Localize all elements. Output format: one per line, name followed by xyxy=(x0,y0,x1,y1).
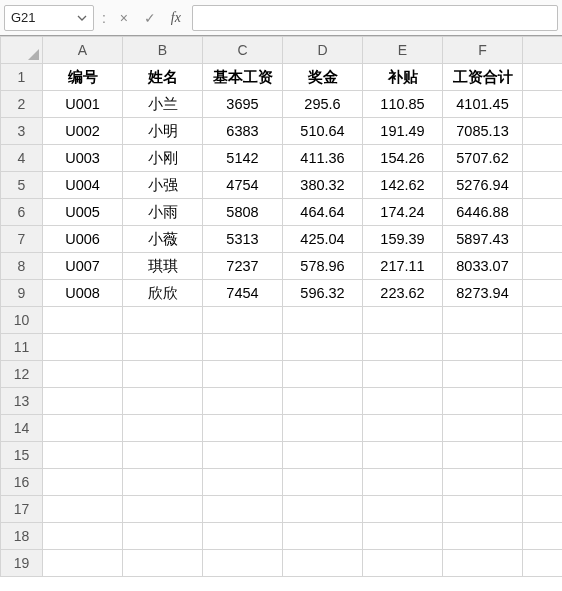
row-header[interactable]: 1 xyxy=(1,64,43,91)
column-header[interactable]: B xyxy=(123,37,203,64)
formula-input[interactable] xyxy=(192,5,558,31)
cell[interactable]: 411.36 xyxy=(283,145,363,172)
cell[interactable] xyxy=(523,523,563,550)
cell[interactable]: 琪琪 xyxy=(123,253,203,280)
cell[interactable]: U005 xyxy=(43,199,123,226)
cell[interactable]: 596.32 xyxy=(283,280,363,307)
cell[interactable]: 578.96 xyxy=(283,253,363,280)
cell[interactable] xyxy=(443,550,523,577)
cell[interactable] xyxy=(283,361,363,388)
cell[interactable] xyxy=(523,199,563,226)
cell[interactable]: 5707.62 xyxy=(443,145,523,172)
confirm-button[interactable]: ✓ xyxy=(140,6,160,30)
cell[interactable] xyxy=(363,523,443,550)
cell[interactable]: 8033.07 xyxy=(443,253,523,280)
column-header[interactable]: E xyxy=(363,37,443,64)
cell[interactable]: 小雨 xyxy=(123,199,203,226)
cell[interactable]: 154.26 xyxy=(363,145,443,172)
cell[interactable]: 159.39 xyxy=(363,226,443,253)
cell[interactable] xyxy=(523,388,563,415)
cell[interactable] xyxy=(523,496,563,523)
cell[interactable]: U003 xyxy=(43,145,123,172)
cell[interactable] xyxy=(123,469,203,496)
cell[interactable] xyxy=(363,469,443,496)
cell[interactable] xyxy=(443,388,523,415)
cell[interactable] xyxy=(43,523,123,550)
cell[interactable]: 425.04 xyxy=(283,226,363,253)
cell[interactable] xyxy=(43,334,123,361)
cell[interactable]: 小刚 xyxy=(123,145,203,172)
cell[interactable]: 5142 xyxy=(203,145,283,172)
cell[interactable] xyxy=(43,361,123,388)
row-header[interactable]: 6 xyxy=(1,199,43,226)
cell[interactable] xyxy=(443,415,523,442)
cell[interactable] xyxy=(123,307,203,334)
cell[interactable] xyxy=(123,442,203,469)
cell[interactable]: 奖金 xyxy=(283,64,363,91)
column-header[interactable]: F xyxy=(443,37,523,64)
chevron-down-icon[interactable] xyxy=(77,13,87,23)
cell[interactable] xyxy=(43,550,123,577)
cell[interactable]: U008 xyxy=(43,280,123,307)
cell[interactable]: 编号 xyxy=(43,64,123,91)
cell[interactable] xyxy=(523,64,563,91)
column-header[interactable]: A xyxy=(43,37,123,64)
cell[interactable] xyxy=(523,334,563,361)
cell[interactable]: 小强 xyxy=(123,172,203,199)
cell[interactable] xyxy=(43,442,123,469)
cell[interactable] xyxy=(203,388,283,415)
cell[interactable]: 6383 xyxy=(203,118,283,145)
cell[interactable] xyxy=(523,361,563,388)
cell[interactable]: 110.85 xyxy=(363,91,443,118)
cell[interactable]: 5897.43 xyxy=(443,226,523,253)
cell[interactable]: 5808 xyxy=(203,199,283,226)
cell[interactable] xyxy=(203,307,283,334)
cell[interactable] xyxy=(43,415,123,442)
cell[interactable] xyxy=(123,361,203,388)
cell[interactable]: 小明 xyxy=(123,118,203,145)
cell[interactable] xyxy=(123,388,203,415)
cell[interactable] xyxy=(203,442,283,469)
row-header[interactable]: 16 xyxy=(1,469,43,496)
row-header[interactable]: 19 xyxy=(1,550,43,577)
cell[interactable] xyxy=(443,442,523,469)
cell[interactable]: 基本工资 xyxy=(203,64,283,91)
cell[interactable]: 191.49 xyxy=(363,118,443,145)
cell[interactable] xyxy=(523,145,563,172)
cell[interactable] xyxy=(443,334,523,361)
cell[interactable] xyxy=(523,307,563,334)
cell[interactable]: 小兰 xyxy=(123,91,203,118)
row-header[interactable]: 4 xyxy=(1,145,43,172)
row-header[interactable]: 18 xyxy=(1,523,43,550)
cell[interactable]: 142.62 xyxy=(363,172,443,199)
cell[interactable] xyxy=(523,469,563,496)
cell[interactable] xyxy=(523,442,563,469)
cell[interactable] xyxy=(443,496,523,523)
cell[interactable]: 6446.88 xyxy=(443,199,523,226)
cell[interactable] xyxy=(203,415,283,442)
cell[interactable] xyxy=(523,172,563,199)
cell[interactable] xyxy=(523,226,563,253)
cancel-button[interactable]: × xyxy=(114,6,134,30)
cell[interactable]: 补贴 xyxy=(363,64,443,91)
cell[interactable]: 510.64 xyxy=(283,118,363,145)
cell[interactable]: 4754 xyxy=(203,172,283,199)
cell[interactable] xyxy=(523,91,563,118)
cell[interactable] xyxy=(283,469,363,496)
row-header[interactable]: 12 xyxy=(1,361,43,388)
cell[interactable] xyxy=(443,361,523,388)
cell[interactable] xyxy=(363,442,443,469)
column-header[interactable] xyxy=(523,37,563,64)
cell[interactable] xyxy=(523,280,563,307)
cell[interactable] xyxy=(283,334,363,361)
cell[interactable] xyxy=(363,496,443,523)
cell[interactable] xyxy=(123,334,203,361)
cell[interactable] xyxy=(363,550,443,577)
cell[interactable] xyxy=(363,388,443,415)
cell[interactable]: 7085.13 xyxy=(443,118,523,145)
cell[interactable]: 7454 xyxy=(203,280,283,307)
cell[interactable] xyxy=(283,550,363,577)
cell[interactable]: U002 xyxy=(43,118,123,145)
cell[interactable]: 8273.94 xyxy=(443,280,523,307)
cell[interactable]: 464.64 xyxy=(283,199,363,226)
